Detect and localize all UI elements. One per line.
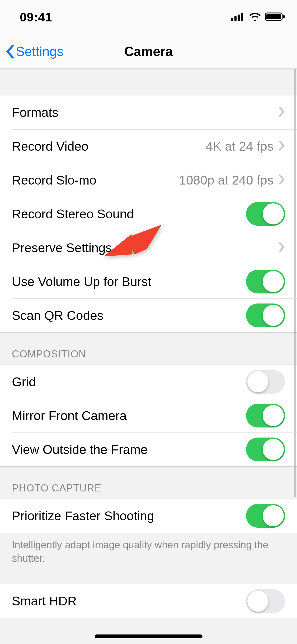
svg-rect-5 [266, 14, 281, 19]
row-grid: Grid [0, 365, 297, 399]
row-label: Record Video [12, 139, 206, 154]
section-header-composition: COMPOSITION [0, 333, 297, 365]
chevron-left-icon [5, 44, 15, 59]
row-label: Mirror Front Camera [12, 408, 246, 423]
section-footer-photo-capture: Intelligently adapt image quality when r… [0, 533, 297, 573]
toggle-view-outside-frame[interactable] [246, 438, 285, 461]
main-group: Formats Record Video 4K at 24 fps Record… [0, 95, 297, 333]
row-record-stereo-sound: Record Stereo Sound [0, 197, 297, 231]
row-label: Record Slo-mo [12, 173, 179, 187]
status-bar: 09:41 [0, 0, 297, 34]
svg-rect-6 [283, 15, 285, 18]
toggle-volume-up-burst[interactable] [246, 270, 285, 293]
row-view-outside-frame: View Outside the Frame [0, 433, 297, 466]
row-label: Preserve Settings [12, 241, 278, 255]
toggle-record-stereo-sound[interactable] [246, 202, 285, 226]
row-mirror-front: Mirror Front Camera [0, 399, 297, 433]
row-label: Use Volume Up for Burst [12, 274, 246, 289]
toggle-smart-hdr[interactable] [246, 589, 285, 613]
status-time: 09:41 [20, 10, 52, 24]
wifi-icon [249, 12, 261, 22]
row-label: Formats [12, 105, 278, 120]
row-record-video[interactable]: Record Video 4K at 24 fps [0, 129, 297, 163]
row-prioritize-faster-shooting: Prioritize Faster Shooting [0, 499, 297, 533]
row-label: Record Stereo Sound [12, 207, 246, 221]
cellular-icon [231, 12, 245, 22]
row-formats[interactable]: Formats [0, 95, 297, 129]
svg-rect-3 [241, 13, 243, 21]
nav-bar: Settings Camera [0, 34, 297, 69]
row-value: 4K at 24 fps [206, 139, 274, 154]
row-preserve-settings[interactable]: Preserve Settings [0, 231, 297, 265]
chevron-right-icon [278, 140, 285, 152]
svg-rect-1 [234, 16, 237, 21]
toggle-scan-qr[interactable] [246, 303, 285, 327]
row-scan-qr: Scan QR Codes [0, 298, 297, 332]
svg-rect-2 [238, 15, 240, 21]
back-button[interactable]: Settings [5, 44, 64, 59]
chevron-right-icon [278, 174, 285, 186]
smart-hdr-group: Smart HDR [0, 584, 297, 618]
chevron-right-icon [278, 107, 285, 118]
svg-rect-0 [231, 18, 233, 21]
row-record-slomo[interactable]: Record Slo-mo 1080p at 240 fps [0, 163, 297, 197]
home-indicator[interactable] [95, 634, 202, 638]
settings-scroll[interactable]: Formats Record Video 4K at 24 fps Record… [0, 69, 297, 644]
toggle-grid[interactable] [246, 370, 285, 394]
chevron-right-icon [278, 242, 285, 254]
row-label: Scan QR Codes [12, 308, 246, 323]
row-label: Smart HDR [12, 594, 246, 608]
row-label: Grid [12, 375, 246, 389]
composition-group: Grid Mirror Front Camera View Outside th… [0, 365, 297, 467]
battery-icon [265, 12, 285, 22]
row-value: 1080p at 240 fps [179, 173, 274, 187]
toggle-prioritize-faster-shooting[interactable] [246, 504, 285, 528]
toggle-mirror-front[interactable] [246, 404, 285, 427]
row-volume-up-burst: Use Volume Up for Burst [0, 265, 297, 298]
section-header-photo-capture: PHOTO CAPTURE [0, 467, 297, 499]
back-label: Settings [16, 44, 64, 59]
status-icons [231, 12, 285, 22]
photo-capture-group: Prioritize Faster Shooting [0, 499, 297, 533]
row-label: View Outside the Frame [12, 442, 246, 457]
row-smart-hdr: Smart HDR [0, 584, 297, 618]
row-label: Prioritize Faster Shooting [12, 509, 246, 523]
